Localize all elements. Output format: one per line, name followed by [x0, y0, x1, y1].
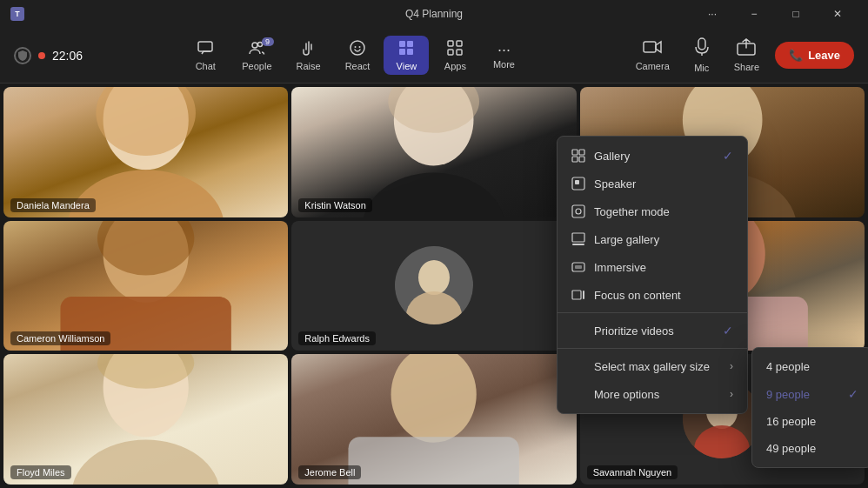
name-tag-kristin: Kristin Watson: [298, 198, 372, 212]
view-dropdown-menu[interactable]: Gallery ✓ Speaker: [557, 136, 748, 414]
menu-item-immersive[interactable]: Immersive: [558, 253, 747, 281]
large-gallery-icon: [571, 232, 585, 246]
react-button[interactable]: React: [335, 36, 381, 75]
prioritize-icon: [571, 324, 585, 338]
name-tag-cameron: Cameron Williamson: [10, 331, 110, 345]
view-button[interactable]: View: [384, 36, 429, 75]
menu-item-speaker[interactable]: Speaker: [558, 170, 747, 197]
svg-rect-11: [407, 49, 413, 55]
menu-item-large-gallery[interactable]: Large gallery: [558, 225, 747, 253]
people-label: People: [242, 61, 271, 71]
share-button[interactable]: Share: [725, 35, 768, 76]
menu-item-together[interactable]: Together mode: [558, 197, 747, 225]
prioritize-check: ✓: [723, 324, 733, 338]
gallery-size-49[interactable]: 49 people: [752, 435, 868, 462]
menu-item-gallery-size[interactable]: Select max gallery size › 4 people 9 peo…: [558, 352, 747, 380]
mic-button[interactable]: Mic: [685, 34, 718, 77]
minimize-btn[interactable]: −: [734, 0, 774, 28]
raise-button[interactable]: Raise: [286, 36, 331, 75]
view-icon: [397, 39, 415, 59]
svg-rect-52: [572, 233, 584, 242]
menu-item-prioritize[interactable]: Prioritize videos ✓: [558, 317, 747, 344]
people-button[interactable]: 9 People: [231, 36, 282, 75]
svg-rect-14: [448, 50, 453, 55]
react-label: React: [345, 61, 371, 71]
apps-label: Apps: [444, 61, 466, 71]
gallery-size-submenu[interactable]: 4 people 9 people ✓ 16 people 49 people: [751, 347, 868, 468]
svg-point-32: [418, 260, 450, 295]
name-tag-ralph: Ralph Edwards: [298, 331, 376, 345]
video-cell-ralph: Ralph Edwards: [291, 221, 576, 351]
svg-rect-10: [399, 49, 405, 55]
more-button[interactable]: ··· More: [481, 36, 526, 75]
svg-rect-45: [579, 150, 584, 155]
shield-icon: [14, 47, 31, 64]
svg-point-24: [363, 173, 505, 217]
apps-button[interactable]: Apps: [432, 36, 477, 75]
more-options-label: More options: [594, 388, 659, 401]
share-label: Share: [734, 62, 759, 72]
gallery-size-16[interactable]: 16 people: [752, 408, 868, 435]
chat-icon: [197, 39, 214, 59]
prioritize-label: Prioritize videos: [594, 324, 674, 338]
more-icon: ···: [497, 42, 511, 57]
gallery-size-4[interactable]: 4 people: [752, 353, 868, 380]
camera-icon: [643, 39, 662, 59]
close-btn[interactable]: ✕: [818, 0, 858, 28]
window-title: Q4 Planning: [405, 8, 463, 20]
meeting-timer: 22:06: [52, 49, 83, 63]
camera-label: Camera: [636, 61, 670, 71]
svg-point-6: [355, 46, 357, 48]
chat-button[interactable]: Chat: [183, 36, 228, 75]
svg-point-39: [391, 354, 477, 443]
gallery-size-9-check: ✓: [848, 387, 858, 401]
svg-rect-49: [575, 180, 579, 184]
view-label: View: [397, 61, 417, 71]
menu-divider-1: [558, 312, 747, 313]
leave-label: Leave: [808, 49, 840, 62]
svg-rect-13: [457, 41, 462, 46]
gallery-size-9-label: 9 people: [766, 388, 810, 401]
name-tag-daniela: Daniela Mandera: [10, 198, 96, 212]
together-label: Together mode: [594, 205, 670, 218]
toolbar-right: Camera Mic Share 📞 Leave: [627, 34, 854, 77]
svg-rect-53: [572, 244, 584, 245]
menu-divider-2: [558, 348, 747, 349]
video-cell-floyd: Floyd Miles: [3, 354, 288, 485]
avatar-ralph: [395, 246, 473, 324]
leave-icon: 📞: [789, 49, 803, 62]
speaker-icon: [571, 177, 585, 191]
more-btn[interactable]: ···: [692, 0, 732, 28]
menu-item-gallery[interactable]: Gallery ✓: [558, 142, 747, 170]
svg-rect-2: [198, 42, 212, 51]
speaker-label: Speaker: [594, 177, 636, 191]
gallery-size-9[interactable]: 9 people ✓: [752, 380, 868, 408]
name-tag-savannah: Savannah Nguyen: [587, 465, 678, 479]
svg-point-3: [252, 43, 257, 48]
gallery-label: Gallery: [594, 150, 630, 163]
svg-rect-9: [407, 41, 413, 47]
svg-point-7: [359, 46, 361, 48]
svg-text:T: T: [15, 10, 20, 18]
gallery-check: ✓: [723, 149, 733, 163]
svg-rect-15: [457, 50, 462, 55]
toolbar-center: Chat 9 People Raise: [83, 36, 627, 75]
window-controls: ··· − □ ✕: [692, 0, 858, 28]
gallery-size-49-label: 49 people: [766, 442, 816, 455]
people-badge: 9: [262, 37, 274, 46]
gallery-size-label: Select max gallery size: [594, 360, 710, 373]
share-icon: [737, 38, 756, 60]
camera-button[interactable]: Camera: [627, 36, 678, 75]
toolbar-left: 22:06: [14, 47, 83, 64]
menu-item-focus[interactable]: Focus on content: [558, 281, 747, 309]
gallery-size-arrow-icon: ›: [730, 360, 733, 372]
menu-item-more-options[interactable]: More options ›: [558, 380, 747, 408]
together-icon: [571, 204, 585, 218]
video-cell-jerome: Jerome Bell: [291, 354, 576, 485]
raise-label: Raise: [297, 61, 321, 71]
focus-label: Focus on content: [594, 289, 681, 302]
more-options-arrow-icon: ›: [730, 388, 733, 400]
leave-button[interactable]: 📞 Leave: [775, 42, 854, 69]
maximize-btn[interactable]: □: [776, 0, 816, 28]
svg-rect-46: [572, 157, 578, 162]
